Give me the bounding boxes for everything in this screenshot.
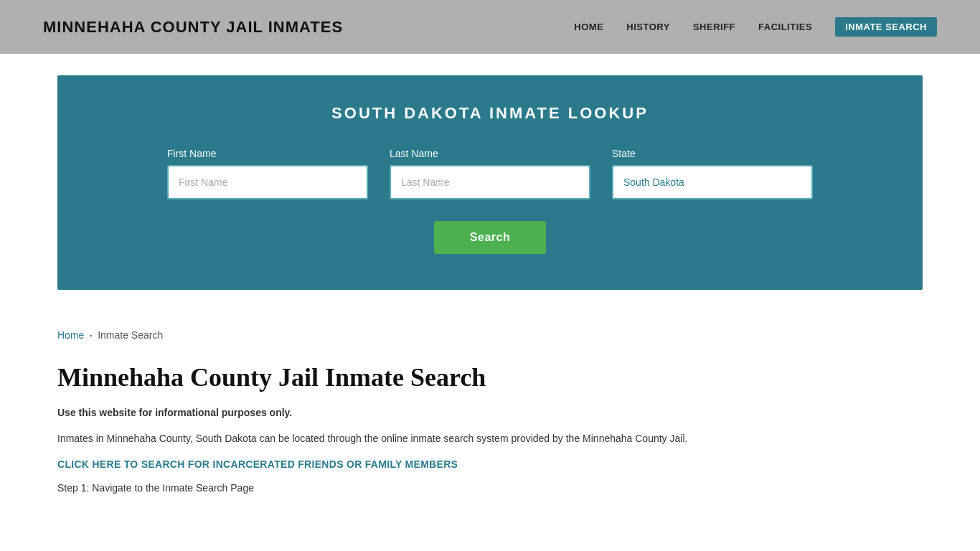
nav-item-home[interactable]: HOME [574, 22, 603, 32]
first-name-field-group: First Name [167, 148, 368, 199]
site-title: MINNEHAHA COUNTY JAIL INMATES [43, 18, 343, 37]
breadcrumb-home-link[interactable]: Home [57, 329, 84, 341]
hero-title: SOUTH DAKOTA INMATE LOOKUP [100, 104, 880, 123]
main-content: Minnehaha County Jail Inmate Search Use … [0, 348, 980, 522]
breadcrumb: Home • Inmate Search [0, 311, 980, 348]
search-fields-row: First Name Last Name State [100, 148, 880, 199]
nav-item-history[interactable]: HISTORY [626, 22, 670, 32]
page-heading: Minnehaha County Jail Inmate Search [57, 362, 923, 392]
breadcrumb-current: Inmate Search [98, 329, 163, 341]
nav-item-sheriff[interactable]: SHERIFF [693, 22, 735, 32]
site-header: MINNEHAHA COUNTY JAIL INMATES HOME HISTO… [0, 0, 980, 54]
hero-section: SOUTH DAKOTA INMATE LOOKUP First Name La… [57, 75, 923, 290]
breadcrumb-separator: • [90, 332, 92, 339]
last-name-input[interactable] [390, 165, 590, 199]
search-button[interactable]: Search [434, 221, 546, 254]
main-nav: HOME HISTORY SHERIFF FACILITIES INMATE S… [574, 17, 937, 37]
state-field-group: State [612, 148, 813, 199]
first-name-label: First Name [167, 148, 368, 159]
first-name-input[interactable] [167, 165, 368, 199]
last-name-field-group: Last Name [390, 148, 590, 199]
cta-link[interactable]: CLICK HERE to Search for Incarcerated Fr… [57, 458, 458, 470]
last-name-label: Last Name [390, 148, 590, 159]
nav-item-facilities[interactable]: FACILITIES [758, 22, 812, 32]
nav-item-inmate-search[interactable]: INMATE SEARCH [835, 17, 937, 37]
state-input[interactable] [612, 165, 813, 199]
description-text: Inmates in Minnehaha County, South Dakot… [57, 430, 923, 446]
state-label: State [612, 148, 813, 159]
info-text: Use this website for informational purpo… [57, 405, 923, 420]
step-one-text: Step 1: Navigate to the Inmate Search Pa… [57, 482, 923, 494]
inmate-search-form: First Name Last Name State Search [100, 148, 880, 254]
